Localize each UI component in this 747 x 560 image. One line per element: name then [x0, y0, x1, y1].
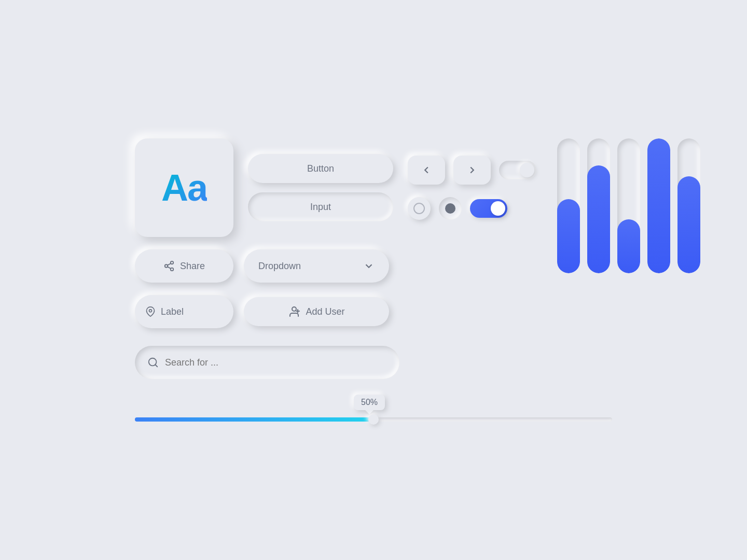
location-icon — [145, 306, 156, 317]
radio-unselected-inner — [413, 203, 425, 214]
dropdown-button[interactable]: Dropdown — [244, 249, 389, 283]
slider-thumb — [368, 414, 379, 425]
bar-3 — [617, 128, 640, 273]
svg-point-5 — [149, 310, 152, 312]
bar-1 — [557, 128, 580, 273]
search-input[interactable] — [165, 357, 387, 368]
bar-4 — [647, 128, 670, 273]
typography-text: Aa — [161, 166, 207, 209]
radio-selected[interactable] — [439, 197, 462, 220]
add-user-icon — [288, 305, 300, 318]
toggle-thumb-off — [520, 163, 534, 177]
svg-line-10 — [155, 365, 157, 367]
next-button[interactable] — [453, 156, 491, 185]
toggle-on[interactable] — [470, 199, 507, 218]
chart-area — [557, 138, 711, 273]
search-row — [135, 346, 536, 379]
chevron-right-icon — [466, 164, 478, 176]
svg-line-3 — [168, 267, 171, 269]
input-button[interactable]: Input — [248, 192, 393, 221]
typography-card: Aa — [135, 138, 233, 237]
button-primary[interactable]: Button — [248, 154, 393, 183]
slider-section: 50% — [135, 395, 612, 422]
search-input-wrap — [135, 346, 399, 379]
svg-line-4 — [168, 263, 171, 265]
share-icon — [163, 260, 175, 272]
toggle-thumb-on — [491, 201, 505, 216]
chevron-left-icon — [421, 164, 432, 176]
radio-unselected[interactable] — [408, 197, 431, 220]
bar-2 — [587, 128, 610, 273]
search-icon — [147, 357, 159, 368]
radio-selected-inner — [445, 203, 455, 214]
prev-button[interactable] — [408, 156, 445, 185]
add-user-button[interactable]: Add User — [244, 297, 389, 326]
share-button[interactable]: Share — [135, 249, 233, 283]
svg-point-6 — [292, 307, 296, 311]
dropdown-chevron-icon — [363, 260, 375, 272]
bar-5 — [677, 128, 700, 273]
slider-value-bubble: 50% — [354, 395, 385, 410]
label-button[interactable]: Label — [135, 295, 233, 328]
toggle-off[interactable] — [499, 161, 536, 179]
